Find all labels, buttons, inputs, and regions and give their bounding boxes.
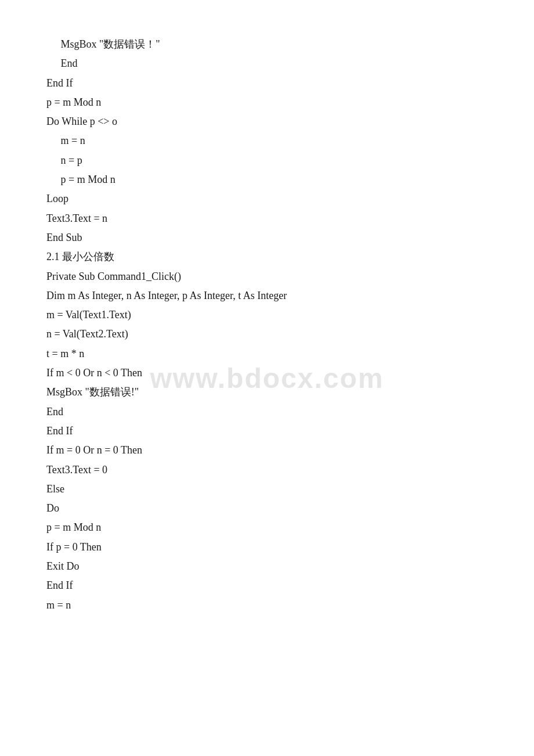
code-line-11: 2.1 最小公倍数 <box>46 247 488 267</box>
code-line-15: n = Val(Text2.Text) <box>46 325 488 344</box>
code-line-17: If m < 0 Or n < 0 Then <box>46 363 488 383</box>
code-line-7: p = m Mod n <box>46 170 488 189</box>
code-line-25: p = m Mod n <box>46 518 488 537</box>
code-line-16: t = m * n <box>46 344 488 363</box>
code-line-18: MsgBox "数据错误!" <box>46 383 488 402</box>
code-line-0: MsgBox "数据错误！" <box>46 35 488 54</box>
code-line-2: End If <box>46 74 488 93</box>
code-line-28: End If <box>46 576 488 595</box>
code-line-23: Else <box>46 480 488 499</box>
code-line-29: m = n <box>46 596 488 615</box>
code-line-19: End <box>46 402 488 422</box>
code-line-6: n = p <box>46 151 488 170</box>
code-line-21: If m = 0 Or n = 0 Then <box>46 441 488 460</box>
code-block: MsgBox "数据错误！" EndEnd Ifp = m Mod nDo Wh… <box>46 35 488 615</box>
code-line-27: Exit Do <box>46 557 488 576</box>
code-line-1: End <box>46 54 488 73</box>
code-line-10: End Sub <box>46 228 488 247</box>
code-line-24: Do <box>46 499 488 518</box>
code-line-26: If p = 0 Then <box>46 538 488 557</box>
code-line-3: p = m Mod n <box>46 93 488 112</box>
code-line-8: Loop <box>46 189 488 208</box>
code-line-4: Do While p <> o <box>46 112 488 131</box>
code-line-5: m = n <box>46 131 488 150</box>
code-line-9: Text3.Text = n <box>46 209 488 228</box>
code-line-20: End If <box>46 422 488 441</box>
code-line-14: m = Val(Text1.Text) <box>46 305 488 325</box>
code-line-22: Text3.Text = 0 <box>46 460 488 480</box>
code-line-12: Private Sub Command1_Click() <box>46 267 488 286</box>
code-line-13: Dim m As Integer, n As Integer, p As Int… <box>46 286 488 305</box>
